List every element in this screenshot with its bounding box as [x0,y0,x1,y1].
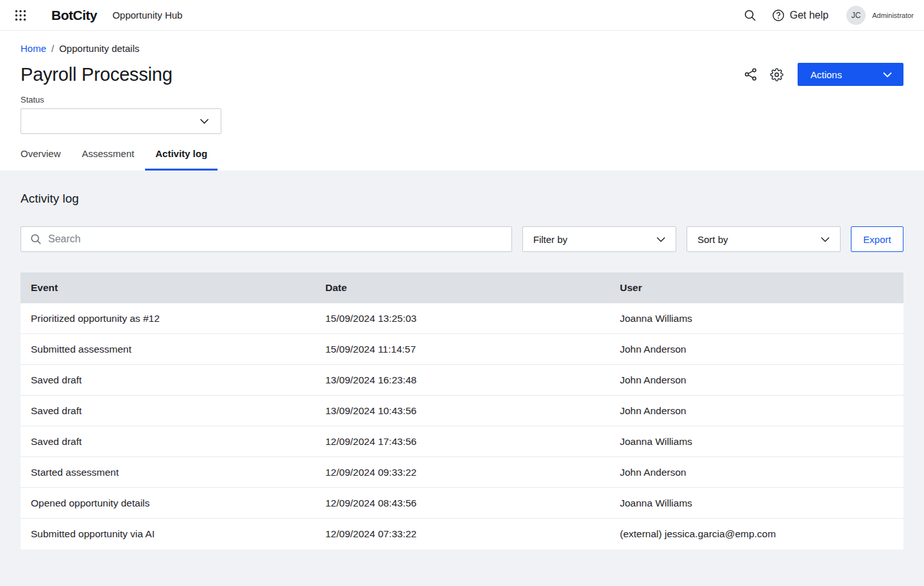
user-cell: Joanna Williams [610,313,903,324]
search-icon[interactable] [744,9,757,22]
table-row[interactable]: Submitted assessment 15/09/2024 11:14:57… [21,334,903,365]
user-cell: John Anderson [610,344,903,355]
search-icon [30,233,42,245]
top-bar: BotCity Opportunity Hub Get help JC Admi… [0,0,924,31]
help-icon [772,9,785,22]
activity-log-section: Activity log Filter by Sort by [0,171,924,586]
table-row[interactable]: Submitted opportunity via AI 12/09/2024 … [21,519,903,549]
search-box [21,226,512,252]
filter-by-dropdown[interactable]: Filter by [522,226,676,252]
sort-by-label: Sort by [697,234,728,245]
column-header-user: User [610,282,903,294]
avatar: JC [846,6,866,25]
event-cell: Opened opportunity details [21,498,315,509]
tab-overview[interactable]: Overview [21,148,61,171]
date-cell: 13/09/2024 10:43:56 [315,405,610,417]
status-label: Status [21,95,903,105]
activity-toolbar: Filter by Sort by Export [21,226,903,252]
table-row[interactable]: Saved draft 13/09/2024 10:43:56 John And… [21,396,903,426]
tab-bar: Overview Assessment Activity log [0,148,924,171]
event-cell: Prioritized opportunity as #12 [21,313,315,324]
chevron-down-icon [200,118,209,124]
user-cell: Joanna Williams [610,498,903,509]
tab-assessment[interactable]: Assessment [82,148,135,171]
table-header-row: Event Date User [21,272,903,303]
settings-gear-icon[interactable] [770,68,783,81]
date-cell: 15/09/2024 13:25:03 [315,313,610,324]
user-cell: John Anderson [610,374,903,386]
actions-button-label: Actions [810,69,842,80]
table-row[interactable]: Saved draft 12/09/2024 17:43:56 Joanna W… [21,426,903,457]
status-select[interactable] [21,108,221,134]
user-cell: Joanna Williams [610,436,903,448]
date-cell: 12/09/2024 07:33:22 [315,528,610,540]
filter-by-label: Filter by [533,234,567,245]
page-title: Payroll Processing [21,64,744,85]
breadcrumb-current: Opportunity details [59,43,139,54]
app-subtitle: Opportunity Hub [112,10,182,21]
user-role-label: Administrator [872,12,914,19]
breadcrumb: Home / Opportunity details [21,31,903,54]
get-help-label: Get help [790,10,828,21]
chevron-down-icon [883,72,892,78]
activity-log-heading: Activity log [21,171,903,206]
chevron-down-icon [656,237,665,242]
date-cell: 12/09/2024 09:33:22 [315,467,610,478]
activity-table: Event Date User Prioritized opportunity … [21,272,903,549]
date-cell: 13/09/2024 16:23:48 [315,374,610,386]
event-cell: Saved draft [21,405,315,417]
search-input[interactable] [48,233,502,245]
botcity-logo: BotCity [51,8,97,23]
breadcrumb-home-link[interactable]: Home [21,43,46,54]
table-row[interactable]: Saved draft 13/09/2024 16:23:48 John And… [21,365,903,396]
table-row[interactable]: Started assessment 12/09/2024 09:33:22 J… [21,457,903,488]
get-help-button[interactable]: Get help [772,9,828,22]
export-button[interactable]: Export [851,226,903,252]
tab-activity-log[interactable]: Activity log [145,148,218,171]
breadcrumb-separator: / [51,43,54,54]
date-cell: 12/09/2024 08:43:56 [315,498,610,509]
sort-by-dropdown[interactable]: Sort by [687,226,841,252]
user-cell: John Anderson [610,405,903,417]
event-cell: Submitted opportunity via AI [21,528,315,540]
event-cell: Saved draft [21,374,315,386]
user-cell: John Anderson [610,467,903,478]
user-menu[interactable]: JC Administrator [846,6,914,25]
user-cell: (external) jessica.garcia@emp.com [610,528,903,540]
table-row[interactable]: Prioritized opportunity as #12 15/09/202… [21,303,903,334]
date-cell: 12/09/2024 17:43:56 [315,436,610,448]
chevron-down-icon [821,237,830,242]
date-cell: 15/09/2024 11:14:57 [315,344,610,355]
page-head: Home / Opportunity details Payroll Proce… [0,31,924,134]
share-icon[interactable] [744,68,757,81]
event-cell: Saved draft [21,436,315,448]
app-grid-icon[interactable] [10,5,31,26]
actions-button[interactable]: Actions [798,63,903,86]
event-cell: Submitted assessment [21,344,315,355]
column-header-date: Date [315,282,610,294]
column-header-event: Event [21,282,315,294]
event-cell: Started assessment [21,467,315,478]
table-row[interactable]: Opened opportunity details 12/09/2024 08… [21,488,903,519]
